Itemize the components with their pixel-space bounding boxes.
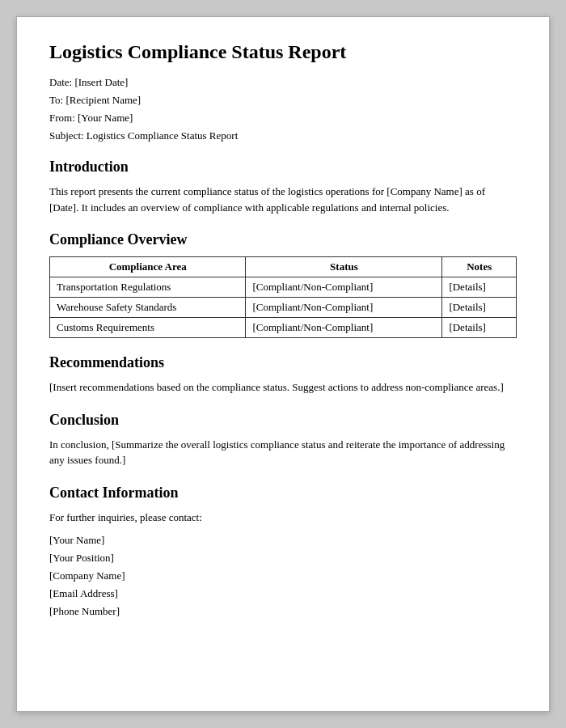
meta-subject: Subject: Logistics Compliance Status Rep… <box>49 129 517 142</box>
compliance-overview-heading: Compliance Overview <box>49 231 517 248</box>
table-cell: Customs Requirements <box>50 318 246 338</box>
contact-line: [Your Position] <box>49 549 517 567</box>
contact-line: [Phone Number] <box>49 603 517 620</box>
introduction-heading: Introduction <box>49 159 517 176</box>
contact-line: [Email Address] <box>49 585 517 603</box>
meta-from: From: [Your Name] <box>49 112 517 125</box>
meta-date: Date: [Insert Date] <box>49 76 517 89</box>
table-row: Transportation Regulations[Compliant/Non… <box>50 277 517 298</box>
recommendations-body: [Insert recommendations based on the com… <box>49 379 517 396</box>
contact-list: [Your Name][Your Position][Company Name]… <box>49 531 517 620</box>
table-row: Warehouse Safety Standards[Compliant/Non… <box>50 298 517 318</box>
conclusion-body: In conclusion, [Summarize the overall lo… <box>49 437 517 468</box>
table-cell: [Compliant/Non-Compliant] <box>246 318 442 338</box>
compliance-table: Compliance Area Status Notes Transportat… <box>49 256 517 338</box>
introduction-body: This report presents the current complia… <box>49 184 517 215</box>
contact-line: [Your Name] <box>49 531 517 549</box>
table-cell: [Details] <box>442 298 517 318</box>
meta-to: To: [Recipient Name] <box>49 94 517 107</box>
recommendations-heading: Recommendations <box>49 354 517 371</box>
contact-information-heading: Contact Information <box>49 485 517 502</box>
conclusion-heading: Conclusion <box>49 412 517 429</box>
table-header-notes: Notes <box>442 257 517 277</box>
table-cell: [Compliant/Non-Compliant] <box>246 298 442 318</box>
report-title: Logistics Compliance Status Report <box>49 41 517 63</box>
table-cell: Transportation Regulations <box>50 277 246 298</box>
table-cell: Warehouse Safety Standards <box>50 298 246 318</box>
table-cell: [Details] <box>442 277 517 298</box>
table-header-area: Compliance Area <box>50 257 246 277</box>
table-header-status: Status <box>246 257 442 277</box>
contact-intro: For further inquiries, please contact: <box>49 510 517 526</box>
contact-line: [Company Name] <box>49 567 517 585</box>
table-cell: [Details] <box>442 318 517 338</box>
table-row: Customs Requirements[Compliant/Non-Compl… <box>50 318 517 338</box>
table-cell: [Compliant/Non-Compliant] <box>246 277 442 298</box>
report-page: Logistics Compliance Status Report Date:… <box>16 16 550 712</box>
